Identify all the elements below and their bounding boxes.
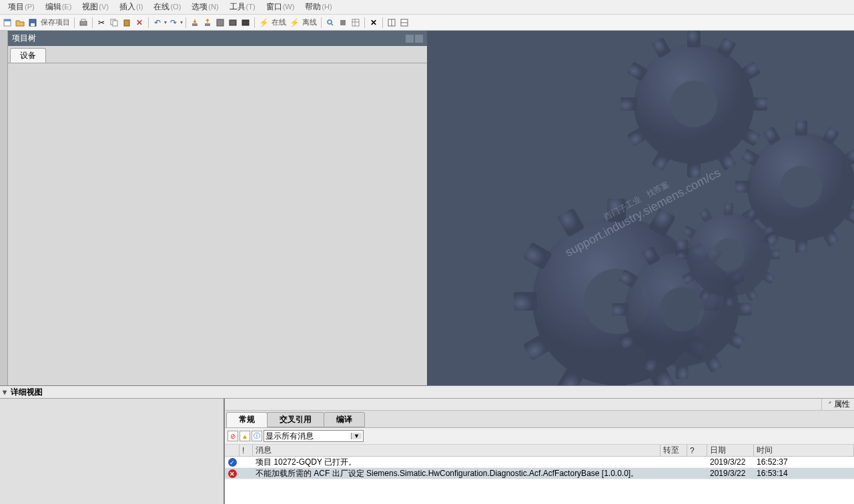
download-icon[interactable] (189, 17, 201, 29)
menu-编辑[interactable]: 编辑(E) (40, 0, 77, 14)
left-dock-strip[interactable] (0, 31, 8, 385)
split-h-icon[interactable] (386, 17, 398, 29)
menu-工具[interactable]: 工具(T) (224, 0, 261, 14)
filter-error-icon[interactable]: ⊘ (228, 431, 238, 441)
success-icon: ✓ (228, 458, 237, 467)
simulate-icon[interactable] (240, 17, 252, 29)
inspector-panel: 属性 常规交叉引用编译 ⊘ ▲ ⓘ 显示所有消息 ▼ ! 消息 转至 ? 日期 … (225, 399, 854, 504)
menu-选项[interactable]: 选项(N) (186, 0, 224, 14)
redo-icon[interactable]: ↷ (167, 17, 179, 29)
tab-常规[interactable]: 常规 (226, 412, 268, 427)
go-offline-icon[interactable]: ⚡ (288, 17, 300, 29)
tab-交叉引用[interactable]: 交叉引用 (267, 412, 324, 427)
table-row[interactable]: ✓项目 10272-GQDY 已打开。2019/3/2216:52:37 (225, 457, 854, 468)
project-tree-tabs: 设备 (8, 46, 427, 63)
filter-select[interactable]: 显示所有消息 ▼ (264, 430, 364, 442)
workspace-canvas: 西门子工业 找答案 support.industry.siemens.com/c… (427, 31, 854, 385)
menu-帮助[interactable]: 帮助(H) (300, 0, 337, 14)
filter-info-icon[interactable]: ⓘ (252, 431, 262, 441)
svg-rect-4 (80, 21, 87, 25)
undo-icon[interactable]: ↶ (151, 17, 163, 29)
table-row[interactable]: ✕不能加载所需的 ACF 出厂设定 Siemens.Simatic.HwConf… (225, 468, 854, 479)
menu-视图[interactable]: 视图(V) (77, 0, 114, 14)
tab-编译[interactable]: 编译 (324, 412, 365, 427)
svg-rect-7 (113, 21, 117, 26)
svg-rect-12 (230, 20, 236, 25)
svg-rect-1 (4, 19, 11, 21)
detail-view-body (0, 399, 225, 504)
menubar: 项目(P)编辑(E)视图(V)插入(I)在线(O)选项(N)工具(T)窗口(W)… (0, 0, 854, 15)
cut-icon[interactable]: ✂ (95, 17, 107, 29)
svg-rect-3 (31, 23, 35, 26)
detail-view-title: 详细视图 (9, 387, 43, 398)
svg-rect-11 (217, 19, 224, 26)
upload-icon[interactable] (201, 17, 214, 29)
tag-table-icon[interactable] (350, 17, 362, 29)
message-filter-row: ⊘ ▲ ⓘ 显示所有消息 ▼ (225, 428, 854, 445)
menu-插入[interactable]: 插入(I) (114, 0, 148, 14)
svg-rect-10 (205, 23, 210, 26)
offline-label: 离线 (301, 17, 318, 27)
main-area: 项目树 设备 (0, 31, 854, 385)
inspector-tabs: 常规交叉引用编译 (225, 411, 854, 428)
menu-在线[interactable]: 在线(O) (148, 0, 186, 14)
message-table-header: ! 消息 转至 ? 日期 时间 (225, 445, 854, 457)
open-project-icon[interactable] (14, 17, 26, 29)
compile-icon[interactable] (214, 17, 226, 29)
wrench-icon (825, 401, 833, 409)
detail-view-header[interactable]: ▾ 详细视图 (0, 385, 854, 399)
paste-icon[interactable] (121, 17, 133, 29)
split-v-icon[interactable] (398, 17, 410, 29)
svg-rect-9 (192, 23, 197, 26)
device-icon[interactable] (227, 17, 239, 29)
svg-rect-5 (81, 19, 85, 21)
properties-bar: 属性 (225, 399, 854, 411)
menu-窗口[interactable]: 窗口(W) (261, 0, 300, 14)
svg-rect-16 (352, 19, 359, 26)
search-icon[interactable] (324, 17, 336, 29)
project-tree-title: 项目树 (12, 33, 36, 44)
collapse-icon[interactable] (406, 35, 414, 43)
accessible-icon[interactable] (337, 17, 349, 29)
chevron-down-icon[interactable]: ▾ (0, 387, 9, 397)
svg-rect-15 (340, 20, 346, 25)
tab-devices[interactable]: 设备 (10, 48, 46, 63)
project-tree-header: 项目树 (8, 31, 427, 46)
toolbar: 保存项目 ✂ ✕ ↶ ▾ ↷ ▾ ⚡ 在线 ⚡ 离线 ✕ (0, 15, 854, 31)
message-table: ! 消息 转至 ? 日期 时间 ✓项目 10272-GQDY 已打开。2019/… (225, 445, 854, 504)
print-icon[interactable] (77, 17, 89, 29)
filter-warning-icon[interactable]: ▲ (240, 431, 250, 441)
project-tree-panel: 项目树 设备 (8, 31, 427, 385)
delete-icon[interactable]: ✕ (133, 17, 145, 29)
close-view-icon[interactable]: ✕ (368, 17, 380, 29)
pin-icon[interactable] (415, 35, 423, 43)
new-project-icon[interactable] (1, 17, 13, 29)
bottom-area: 属性 常规交叉引用编译 ⊘ ▲ ⓘ 显示所有消息 ▼ ! 消息 转至 ? 日期 … (0, 399, 854, 504)
online-label: 在线 (270, 17, 288, 27)
save-icon[interactable] (27, 17, 39, 29)
copy-icon[interactable] (108, 17, 120, 29)
save-label: 保存项目 (39, 17, 71, 27)
dropdown-arrow-icon: ▼ (351, 433, 362, 439)
svg-rect-13 (242, 20, 249, 25)
go-online-icon[interactable]: ⚡ (258, 17, 270, 29)
project-tree-body[interactable] (8, 63, 427, 385)
properties-button[interactable]: 属性 (821, 399, 853, 410)
menu-项目[interactable]: 项目(P) (3, 0, 40, 14)
svg-rect-8 (124, 20, 129, 26)
error-icon: ✕ (228, 469, 237, 478)
